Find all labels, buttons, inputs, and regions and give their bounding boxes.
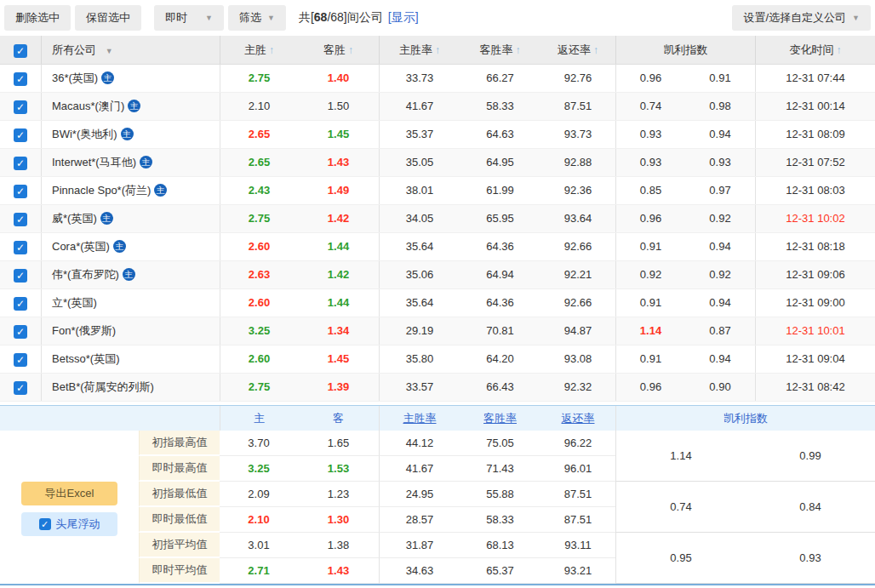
row-checkbox[interactable]: ✓	[14, 72, 27, 86]
change-time-cell: 12-31 10:01	[755, 317, 875, 345]
home-rate-cell: 33.73	[379, 65, 460, 92]
header-away-rate-sort[interactable]: 客胜率↑	[460, 36, 540, 64]
row-checkbox[interactable]: ✓	[14, 100, 27, 114]
change-time-cell: 12-31 07:44	[755, 65, 875, 92]
header-home-win-sort[interactable]: 主胜↑	[220, 36, 298, 64]
custom-company-settings-dropdown[interactable]: 设置/选择自定义公司 ▼	[732, 5, 871, 31]
header-away-win-sort[interactable]: 客胜↑	[298, 36, 379, 64]
return-rate-cell: 93.08	[540, 345, 615, 373]
company-cell: Interwet*(马耳他)主	[41, 149, 220, 176]
table-row: ✓Pinnacle Spo*(荷兰)主2.431.4938.0161.9992.…	[0, 177, 875, 205]
chevron-down-icon: ▼	[267, 14, 275, 22]
table-row: ✓Interwet*(马耳他)主2.651.4335.0564.9592.880…	[0, 149, 875, 177]
summary-row-label: 即时最高值	[139, 456, 220, 482]
summary-kelly-home: 1.14	[616, 449, 746, 462]
return-rate-cell: 93.64	[540, 205, 615, 232]
kelly-home-cell: 0.91	[615, 233, 685, 260]
export-excel-button[interactable]: 导出Excel	[21, 482, 117, 505]
row-checkbox[interactable]: ✓	[14, 241, 27, 254]
table-header: ✓ 所有公司 ▼ 主胜↑ 客胜↑ 主胜率↑ 客胜率↑ 返还率↑ 凯利指数 变化时…	[0, 36, 875, 65]
row-checkbox[interactable]: ✓	[14, 353, 27, 367]
row-checkbox[interactable]: ✓	[14, 325, 27, 339]
row-checkbox[interactable]: ✓	[14, 297, 27, 311]
home-badge-icon: 主	[128, 100, 140, 112]
away-odds-cell: 1.44	[298, 233, 379, 260]
away-rate-cell: 58.33	[460, 93, 540, 120]
summary-kelly-block: 0.950.93	[615, 533, 875, 584]
row-checkbox-cell: ✓	[0, 374, 41, 401]
home-badge-icon: 主	[113, 240, 126, 253]
header-checkbox-cell: ✓	[0, 36, 41, 64]
table-row: ✓伟*(直布罗陀)主2.631.4235.0664.9492.210.920.9…	[0, 261, 875, 289]
sort-asc-icon: ↑	[435, 44, 440, 56]
table-body: ✓36*(英国)主2.751.4033.7366.2792.760.960.91…	[0, 65, 875, 402]
summary-header-away-rate[interactable]: 客胜率	[460, 406, 540, 431]
chevron-down-icon: ▼	[106, 47, 113, 55]
away-odds-cell: 1.34	[298, 317, 379, 345]
row-checkbox-cell: ✓	[0, 177, 41, 204]
row-checkbox[interactable]: ✓	[14, 381, 27, 395]
show-link[interactable]: [显示]	[388, 10, 419, 26]
summary-return-rate: 96.01	[540, 456, 615, 482]
header-company-dropdown[interactable]: 所有公司 ▼	[41, 36, 220, 64]
header-home-rate-sort[interactable]: 主胜率↑	[379, 36, 460, 64]
company-name: Macaus*(澳门)	[52, 100, 124, 112]
away-odds-cell: 1.50	[298, 93, 379, 120]
summary-header-home-rate[interactable]: 主胜率	[379, 406, 460, 431]
home-odds-cell: 2.60	[220, 345, 298, 373]
row-checkbox[interactable]: ✓	[14, 213, 27, 226]
summary-away-odds: 1.23	[298, 482, 379, 507]
company-name: Fon*(俄罗斯)	[52, 324, 116, 337]
change-time-cell: 12-31 10:02	[755, 205, 875, 232]
summary-return-rate: 93.21	[540, 558, 615, 584]
row-checkbox[interactable]: ✓	[14, 157, 27, 170]
return-rate-cell: 92.32	[540, 374, 615, 401]
row-checkbox-cell: ✓	[0, 65, 41, 92]
summary-header-return-rate[interactable]: 返还率	[540, 406, 615, 431]
home-rate-cell: 35.64	[379, 233, 460, 260]
summary-kelly-away: 0.93	[746, 551, 875, 564]
table-row: ✓BWi*(奥地利)主2.651.4535.3764.6393.730.930.…	[0, 121, 875, 149]
return-rate-cell: 92.88	[540, 149, 615, 176]
company-name: 伟*(直布罗陀)	[52, 268, 119, 281]
away-odds-cell: 1.44	[298, 289, 379, 317]
instant-dropdown[interactable]: 即时 ▼	[154, 5, 224, 31]
header-kelly-index: 凯利指数	[615, 36, 755, 64]
delete-selected-button[interactable]: 删除选中	[4, 5, 71, 31]
kelly-home-cell: 0.74	[615, 93, 685, 120]
chevron-down-icon: ▼	[205, 14, 213, 22]
sort-asc-icon: ↑	[516, 44, 521, 56]
summary-kelly-away: 0.84	[746, 500, 875, 513]
table-row: ✓立*(英国)2.601.4435.6464.3692.660.910.9412…	[0, 289, 875, 317]
return-rate-cell: 92.66	[540, 233, 615, 260]
keep-selected-button[interactable]: 保留选中	[75, 5, 141, 31]
header-change-time-sort[interactable]: 变化时间↑	[755, 36, 875, 64]
home-rate-cell: 35.37	[379, 121, 460, 148]
summary-row-label: 初指平均值	[139, 533, 220, 558]
home-rate-cell: 38.01	[379, 177, 460, 204]
summary-body: 初指最高值3.701.6544.1275.0596.22即时最高值3.251.5…	[0, 431, 875, 585]
filter-dropdown[interactable]: 筛选 ▼	[228, 5, 286, 31]
away-odds-cell: 1.45	[298, 121, 379, 148]
row-checkbox[interactable]: ✓	[14, 128, 27, 142]
home-badge-icon: 主	[123, 268, 135, 281]
kelly-away-cell: 0.90	[685, 374, 755, 401]
summary-kelly-block: 0.740.84	[615, 482, 875, 533]
select-all-checkbox[interactable]: ✓	[14, 44, 27, 58]
header-return-rate-sort[interactable]: 返还率↑	[540, 36, 615, 64]
row-checkbox[interactable]: ✓	[14, 185, 27, 198]
change-time-cell: 12-31 08:09	[755, 121, 875, 148]
summary-home-rate: 41.67	[379, 456, 460, 482]
table-row: ✓Fon*(俄罗斯)3.251.3429.1970.8194.871.140.8…	[0, 317, 875, 345]
float-header-footer-toggle[interactable]: ✓ 头尾浮动	[21, 512, 117, 536]
float-checkbox[interactable]: ✓	[39, 518, 51, 530]
summary-row-label: 即时平均值	[139, 558, 220, 584]
change-time-cell: 12-31 07:52	[755, 149, 875, 176]
row-checkbox[interactable]: ✓	[14, 269, 27, 283]
away-rate-cell: 65.95	[460, 205, 540, 232]
company-name: BetB*(荷属安的列斯)	[52, 380, 154, 393]
return-rate-cell: 92.21	[540, 261, 615, 288]
summary-home-rate: 44.12	[379, 431, 460, 456]
kelly-home-cell: 0.85	[615, 177, 685, 204]
return-rate-cell: 92.66	[540, 289, 615, 317]
